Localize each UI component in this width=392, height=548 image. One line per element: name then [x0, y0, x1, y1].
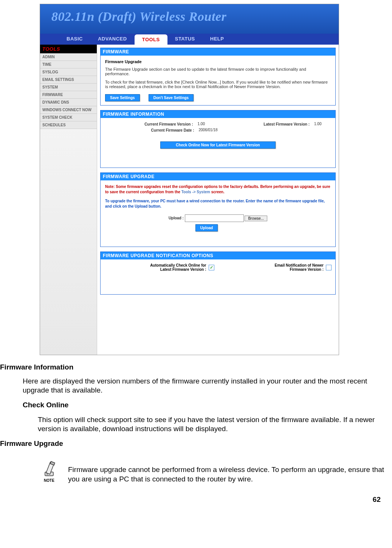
check-online-button[interactable]: Check Online Now for Latest Firmware Ver… [160, 141, 275, 149]
text-check-online: This option will check support site to s… [38, 415, 384, 434]
current-firmware-version-value: 1.00 [198, 122, 205, 126]
upgrade-instruction-note: To upgrade the firmware, your PC must ha… [105, 199, 331, 209]
email-notif-checkbox[interactable] [326, 265, 332, 270]
upgrade-warning-note: Note: Some firmware upgrades reset the c… [105, 184, 331, 195]
panel-firmware-info-header: FIRMWARE INFORMATION [101, 110, 335, 118]
auto-check-checkbox[interactable] [209, 265, 214, 270]
tab-advanced[interactable]: ADVANCED [90, 34, 135, 45]
upload-label: Upload : [169, 216, 184, 220]
current-firmware-version-label: Current Firmware Version : [144, 122, 193, 126]
sidebar-item-email-settings[interactable]: EMAIL SETTINGS [40, 76, 97, 84]
sidebar-item-firmware[interactable]: FIRMWARE [40, 91, 97, 99]
sidebar-item-syslog[interactable]: SYSLOG [40, 68, 97, 76]
auto-check-label-line1: Automatically Check Online for [150, 263, 206, 267]
current-firmware-date-value: 2006/01/18 [199, 128, 218, 132]
note-block: NOTE Firmware upgrade cannot be performe… [38, 460, 384, 484]
latest-firmware-version-label: Latest Firmware Version : [263, 122, 310, 126]
tab-tools[interactable]: TOOLS [135, 34, 167, 45]
sidebar-item-system[interactable]: SYSTEM [40, 84, 97, 91]
auto-check-label-line2: Latest Firmware Version : [150, 267, 206, 272]
heading-check-online: Check Online [23, 401, 384, 410]
sidebar-item-dynamic-dns[interactable]: DYNAMIC DNS [40, 99, 97, 106]
heading-firmware-upgrade: Firmware Upgrade [0, 439, 384, 449]
latest-firmware-version-value: 1.00 [314, 122, 321, 126]
brand-header: 802.11n (Draft) Wireless Router [40, 4, 339, 34]
note-text: Firmware upgrade cannot be performed fro… [68, 460, 384, 484]
firmware-upgrade-subtitle: Firmware Upgrade [105, 59, 331, 64]
router-ui-screenshot: 802.11n (Draft) Wireless Router BASIC AD… [40, 4, 339, 355]
sidebar-title: TOOLS [40, 45, 97, 53]
panel-notification-header: FIRMWARE UPGRADE NOTIFICATION OPTIONS [101, 252, 335, 259]
tab-status[interactable]: STATUS [167, 34, 203, 45]
panel-firmware: FIRMWARE Firmware Upgrade The Firmware U… [100, 48, 336, 106]
note-icon: NOTE [38, 460, 60, 483]
tab-help[interactable]: HELP [203, 34, 232, 45]
upload-button[interactable]: Upload [195, 224, 218, 231]
panel-firmware-upgrade-header: FIRMWARE UPGRADE [101, 173, 335, 180]
email-notif-label-line1: Email Notification of Newer [275, 263, 324, 267]
sidebar-item-schedules[interactable]: SCHEDULES [40, 121, 97, 129]
sidebar-item-admin[interactable]: ADMIN [40, 53, 97, 61]
sidebar-item-windows-connect-now[interactable]: WINDOWS CONNECT NOW [40, 106, 97, 114]
firmware-desc-2: To check for the latest firmware, click … [105, 80, 331, 89]
firmware-desc-1: The Firmware Upgrade section can be used… [105, 67, 331, 76]
sidebar-item-time[interactable]: TIME [40, 61, 97, 68]
panel-firmware-information: FIRMWARE INFORMATION Current Firmware Ve… [100, 110, 336, 168]
sidebar-item-system-check[interactable]: SYSTEM CHECK [40, 114, 97, 121]
sidebar: TOOLS ADMIN TIME SYSLOG EMAIL SETTINGS S… [40, 45, 97, 355]
browse-button[interactable]: Browse... [245, 216, 267, 221]
panel-notification-options: FIRMWARE UPGRADE NOTIFICATION OPTIONS Au… [100, 251, 336, 295]
current-firmware-date-label: Current Firmware Date : [151, 128, 194, 132]
email-notif-label-line2: Firmware Version : [275, 267, 324, 272]
heading-firmware-information: Firmware Information [0, 363, 384, 372]
save-settings-button[interactable]: Save Settings [105, 94, 140, 101]
upload-path-input[interactable] [185, 214, 244, 222]
text-firmware-information: Here are displayed the version numbers o… [23, 377, 384, 395]
dont-save-settings-button[interactable]: Don't Save Settings [149, 94, 194, 101]
note-label: NOTE [38, 478, 60, 483]
tools-system-link[interactable]: Tools -> System [181, 190, 210, 194]
page-number: 62 [0, 495, 384, 505]
panel-firmware-upgrade: FIRMWARE UPGRADE Note: Some firmware upg… [100, 172, 336, 247]
main-nav: BASIC ADVANCED TOOLS STATUS HELP [40, 34, 339, 45]
tab-basic[interactable]: BASIC [59, 34, 90, 45]
panel-firmware-header: FIRMWARE [101, 48, 335, 56]
